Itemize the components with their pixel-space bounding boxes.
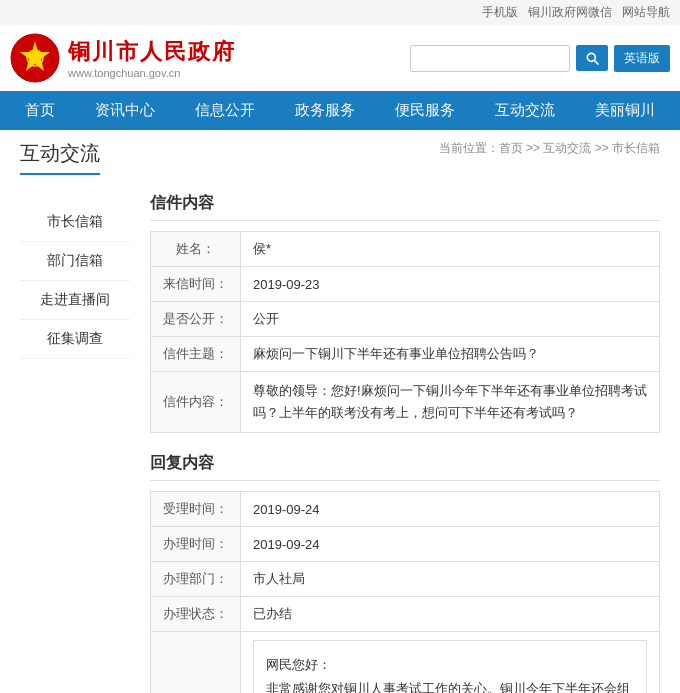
reply-label-status: 办理状态： — [151, 597, 241, 632]
top-link-wechat[interactable]: 铜川政府网微信 — [528, 4, 612, 21]
table-row: 来信时间： 2019-09-23 — [151, 267, 660, 302]
nav-beauty[interactable]: 美丽铜川 — [575, 91, 675, 130]
header-top: 手机版 铜川政府网微信 网站导航 — [0, 0, 680, 25]
reply-label-dept: 办理部门： — [151, 562, 241, 597]
reply-value-status: 已办结 — [241, 597, 660, 632]
letter-info-table: 姓名： 侯* 来信时间： 2019-09-23 是否公开： 公开 信件主题： 麻… — [150, 231, 660, 433]
reply-label-handle-date: 办理时间： — [151, 527, 241, 562]
english-button[interactable]: 英语版 — [614, 45, 670, 72]
sidebar-item-mayor[interactable]: 市长信箱 — [20, 203, 130, 242]
reply-label-accept: 受理时间： — [151, 492, 241, 527]
top-link-sitemap[interactable]: 网站导航 — [622, 4, 670, 21]
reply-paragraph: 网民您好： 非常感谢您对铜川人事考试工作的关心。铜川今年下半年还会组织事业单位招… — [266, 653, 634, 693]
letter-title: 信件内容 — [150, 193, 660, 221]
reply-value-handle: 网民您好： 非常感谢您对铜川人事考试工作的关心。铜川今年下半年还会组织事业单位招… — [241, 632, 660, 693]
search-icon — [584, 50, 600, 66]
content-wrapper: 互动交流 当前位置：首页 >> 互动交流 >> 市长信箱 市长信箱 部门信箱 走… — [0, 130, 680, 693]
table-row: 办理情况： 网民您好： 非常感谢您对铜川人事考试工作的关心。铜川今年下半年还会组… — [151, 632, 660, 693]
reply-title: 回复内容 — [150, 453, 660, 481]
nav-interact[interactable]: 互动交流 — [475, 91, 575, 130]
reply-content-box: 网民您好： 非常感谢您对铜川人事考试工作的关心。铜川今年下半年还会组织事业单位招… — [253, 640, 647, 693]
field-label-name: 姓名： — [151, 232, 241, 267]
search-button[interactable] — [576, 45, 608, 71]
search-area: 英语版 — [410, 45, 670, 72]
header-main: 铜川市人民政府 www.tongchuan.gov.cn 英语版 — [0, 25, 680, 91]
sidebar-item-survey[interactable]: 征集调查 — [20, 320, 130, 359]
field-value-content: 尊敬的领导：您好!麻烦问一下铜川今年下半年还有事业单位招聘考试吗？上半年的联考没… — [241, 372, 660, 433]
nav-news[interactable]: 资讯中心 — [75, 91, 175, 130]
table-row: 受理时间： 2019-09-24 — [151, 492, 660, 527]
table-row: 信件内容： 尊敬的领导：您好!麻烦问一下铜川今年下半年还有事业单位招聘考试吗？上… — [151, 372, 660, 433]
logo-subtitle: www.tongchuan.gov.cn — [68, 67, 236, 79]
field-value-subject: 麻烦问一下铜川下半年还有事业单位招聘公告吗？ — [241, 337, 660, 372]
logo-icon — [10, 33, 60, 83]
section-title: 互动交流 — [20, 140, 100, 175]
main-layout: 市长信箱 部门信箱 走进直播间 征集调查 信件内容 姓名： 侯* 来信时间： 2… — [20, 193, 660, 693]
field-value-public: 公开 — [241, 302, 660, 337]
field-label-public: 是否公开： — [151, 302, 241, 337]
logo-title: 铜川市人民政府 — [68, 37, 236, 67]
reply-value-dept: 市人社局 — [241, 562, 660, 597]
field-label-date: 来信时间： — [151, 267, 241, 302]
field-value-name: 侯* — [241, 232, 660, 267]
table-row: 办理部门： 市人社局 — [151, 562, 660, 597]
table-row: 信件主题： 麻烦问一下铜川下半年还有事业单位招聘公告吗？ — [151, 337, 660, 372]
main-nav: 首页 资讯中心 信息公开 政务服务 便民服务 互动交流 美丽铜川 — [0, 91, 680, 130]
breadcrumb: 当前位置：首页 >> 互动交流 >> 市长信箱 — [439, 140, 660, 157]
field-label-subject: 信件主题： — [151, 337, 241, 372]
logo-area: 铜川市人民政府 www.tongchuan.gov.cn — [10, 33, 410, 83]
search-input[interactable] — [410, 45, 570, 72]
table-row: 办理时间： 2019-09-24 — [151, 527, 660, 562]
nav-convenience[interactable]: 便民服务 — [375, 91, 475, 130]
sidebar-item-dept[interactable]: 部门信箱 — [20, 242, 130, 281]
nav-home[interactable]: 首页 — [5, 91, 75, 130]
sidebar-item-live[interactable]: 走进直播间 — [20, 281, 130, 320]
reply-label-handle: 办理情况： — [151, 632, 241, 693]
sidebar: 市长信箱 部门信箱 走进直播间 征集调查 — [20, 193, 130, 693]
field-value-date: 2019-09-23 — [241, 267, 660, 302]
nav-service[interactable]: 政务服务 — [275, 91, 375, 130]
nav-info[interactable]: 信息公开 — [175, 91, 275, 130]
reply-value-handle-date: 2019-09-24 — [241, 527, 660, 562]
reply-info-table: 受理时间： 2019-09-24 办理时间： 2019-09-24 办理部门： … — [150, 491, 660, 693]
field-label-content: 信件内容： — [151, 372, 241, 433]
table-row: 是否公开： 公开 — [151, 302, 660, 337]
reply-value-accept: 2019-09-24 — [241, 492, 660, 527]
table-row: 办理状态： 已办结 — [151, 597, 660, 632]
main-content: 信件内容 姓名： 侯* 来信时间： 2019-09-23 是否公开： 公开 信件… — [130, 193, 660, 693]
top-link-mobile[interactable]: 手机版 — [482, 4, 518, 21]
table-row: 姓名： 侯* — [151, 232, 660, 267]
logo-text: 铜川市人民政府 www.tongchuan.gov.cn — [68, 37, 236, 79]
